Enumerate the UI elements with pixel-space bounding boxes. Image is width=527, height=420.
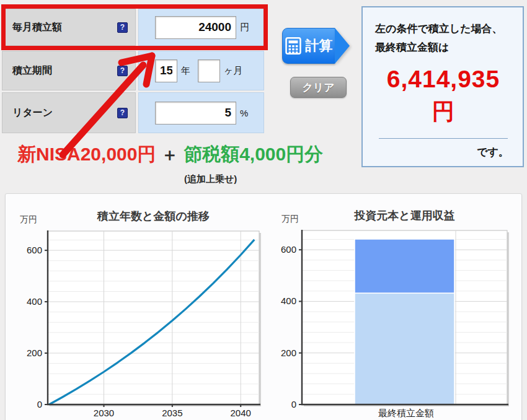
return-row: リターン ? % [2, 92, 264, 133]
svg-text:投資元本と運用収益: 投資元本と運用収益 [353, 209, 454, 222]
return-label-cell: リターン ? [2, 92, 136, 133]
period-value-cell: 年 ヶ月 [138, 51, 264, 90]
years-unit-label: 年 [181, 65, 190, 77]
svg-text:400: 400 [27, 296, 42, 307]
svg-text:0: 0 [291, 399, 296, 409]
help-icon[interactable]: ? [117, 66, 128, 76]
return-value-cell: % [138, 92, 264, 133]
monthly-amount-input[interactable] [155, 16, 236, 39]
svg-text:万円: 万円 [281, 214, 299, 224]
nisa-annotation: 新NISA20,000円 ＋ 節税額4,000円分 [17, 142, 323, 167]
nisa-amount-text: 新NISA20,000円 [17, 144, 156, 164]
percent-unit-label: % [240, 108, 248, 118]
months-unit-label: ヶ月 [224, 65, 242, 77]
result-box: 左の条件で積立した場合、 最終積立金額は 6,414,935 円 です。 [361, 6, 524, 167]
plus-sign: ＋ [161, 145, 179, 164]
yen-unit-label: 円 [240, 22, 249, 33]
svg-text:200: 200 [281, 348, 296, 358]
bar-chart: 0200400600最終積立金額投資元本と運用収益万円 [272, 199, 523, 418]
help-icon[interactable]: ? [117, 108, 128, 118]
nisa-calculator-page: 毎月積立額 ? 円 積立期間 ? 年 ヶ月 リターン ? % [0, 0, 527, 420]
monthly-amount-row: 毎月積立額 ? 円 [2, 9, 264, 46]
result-amount-unit: 円 [375, 97, 512, 127]
monthly-amount-label-cell: 毎月積立額 ? [2, 9, 136, 46]
period-label: 積立期間 [12, 64, 52, 77]
return-label: リターン [12, 107, 53, 120]
svg-text:600: 600 [27, 245, 42, 255]
period-row: 積立期間 ? 年 ヶ月 [2, 51, 264, 90]
line-chart: 0200400600203020352040積立年数と金額の推移万円 [10, 199, 262, 418]
result-suffix: です。 [375, 145, 512, 159]
result-amount: 6,414,935 [375, 66, 512, 93]
period-label-cell: 積立期間 ? [2, 51, 136, 90]
result-condition-line1: 左の条件で積立した場合、 [375, 20, 512, 38]
svg-text:2030: 2030 [94, 408, 114, 418]
svg-text:万円: 万円 [20, 214, 37, 224]
svg-text:600: 600 [281, 244, 296, 255]
svg-text:2040: 2040 [231, 408, 251, 418]
svg-text:積立年数と金額の推移: 積立年数と金額の推移 [97, 210, 210, 222]
svg-text:0: 0 [37, 399, 42, 409]
annotation-note: (追加上乗せ) [184, 173, 237, 185]
svg-text:200: 200 [27, 348, 42, 358]
svg-text:2035: 2035 [162, 408, 182, 418]
svg-text:最終積立金額: 最終積立金額 [378, 408, 434, 418]
calculator-icon [285, 37, 301, 55]
result-divider [379, 138, 508, 139]
clear-button[interactable]: クリア [290, 77, 347, 98]
monthly-amount-value-cell: 円 [138, 9, 264, 46]
help-icon[interactable]: ? [117, 22, 128, 33]
calculate-button[interactable]: 計算 [282, 28, 335, 64]
svg-text:400: 400 [281, 295, 296, 306]
result-condition-line2: 最終積立金額は [375, 38, 512, 57]
period-months-input[interactable] [198, 59, 220, 82]
calculate-button-label: 計算 [306, 37, 333, 55]
period-years-input[interactable] [155, 59, 177, 82]
return-input[interactable] [155, 102, 236, 125]
tax-saving-text: 節税額4,000円分 [184, 144, 323, 164]
monthly-amount-label: 毎月積立額 [12, 21, 62, 34]
